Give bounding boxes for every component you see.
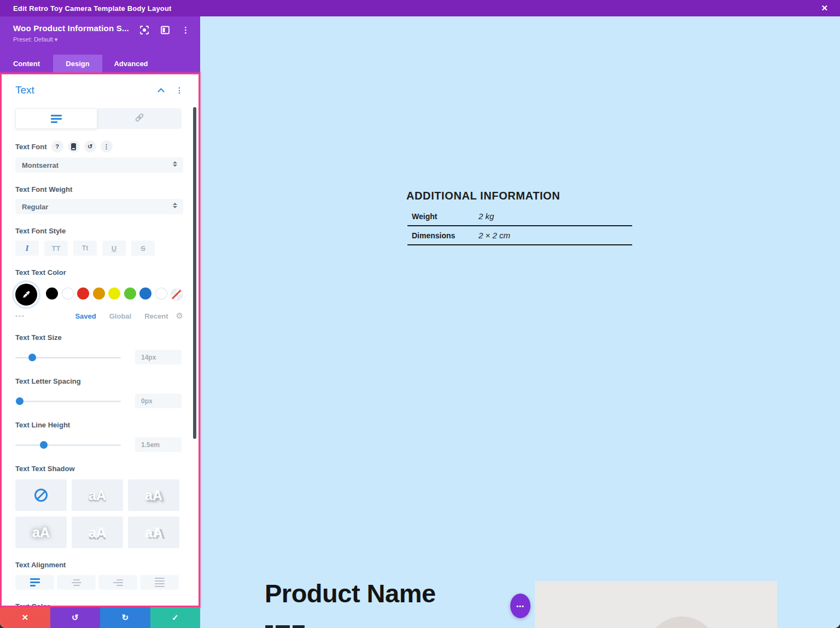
line-height-slider[interactable]	[15, 441, 121, 449]
gear-icon[interactable]: ⚙	[176, 311, 183, 321]
shadow-option[interactable]: aA	[128, 517, 179, 548]
redo-button[interactable]: ↻	[100, 607, 150, 628]
text-font-weight-label: Text Font Weight	[15, 185, 72, 193]
row-label: Weight	[407, 212, 479, 221]
tab-content[interactable]: Content	[0, 55, 53, 73]
text-section-title: Text	[15, 84, 159, 96]
additional-information-table: Weight 2 kg Dimensions 2 × 2 cm	[407, 207, 632, 245]
text-alignment-label: Text Alignment	[15, 561, 66, 569]
shadow-option[interactable]: aA	[15, 517, 67, 548]
no-shadow-icon	[34, 489, 48, 502]
shadow-option[interactable]: aA	[128, 479, 179, 511]
underline-style-button[interactable]: U	[102, 240, 126, 256]
module-options-dots-button[interactable]: •••	[510, 594, 530, 618]
color-swatch[interactable]	[62, 287, 74, 300]
subtab-text[interactable]	[15, 108, 97, 129]
strikethrough-style-button[interactable]: S	[131, 240, 155, 256]
responsive-phone-icon[interactable]	[68, 140, 80, 152]
text-font-label: Text Font	[15, 143, 47, 151]
shadow-option[interactable]: aA	[72, 479, 123, 511]
text-text-color-label: Text Text Color	[15, 268, 66, 277]
image-placeholder-circle	[646, 617, 718, 628]
italic-style-button[interactable]: I	[15, 240, 39, 256]
undo-button[interactable]: ↺	[50, 607, 101, 628]
more-options-icon[interactable]: ⋮	[182, 25, 190, 35]
text-lines-icon	[51, 115, 62, 123]
shadow-none-option[interactable]	[15, 479, 67, 511]
reset-icon[interactable]: ↺	[84, 140, 96, 152]
saved-colors-tab[interactable]: Saved	[75, 312, 96, 320]
align-justify-icon	[155, 578, 165, 587]
settings-footer-actions: ✕ ↺ ↻ ✓	[0, 607, 200, 628]
color-swatch[interactable]	[46, 287, 58, 300]
align-center-button[interactable]	[57, 575, 96, 590]
color-swatch[interactable]	[108, 287, 120, 300]
tab-design[interactable]: Design	[53, 55, 102, 73]
template-edit-titlebar: Edit Retro Toy Camera Template Body Layo…	[0, 0, 840, 16]
product-image-placeholder	[535, 581, 777, 628]
recent-colors-tab[interactable]: Recent	[144, 312, 168, 320]
additional-information-heading: ADDITIONAL INFORMATION	[406, 190, 560, 202]
transparent-color-swatch[interactable]	[171, 289, 183, 301]
color-swatch[interactable]	[139, 287, 151, 300]
chevron-up-icon[interactable]	[158, 88, 165, 95]
align-center-icon	[72, 579, 81, 586]
subtab-link[interactable]	[97, 108, 182, 129]
design-settings-scroll-area: Text ⋮	[0, 73, 200, 607]
color-swatch[interactable]	[124, 287, 136, 300]
product-name-heading: Product Name	[265, 578, 436, 608]
global-colors-tab[interactable]: Global	[109, 312, 131, 320]
color-swatch[interactable]	[77, 287, 89, 300]
titlebar-title: Edit Retro Toy Camera Template Body Layo…	[13, 4, 172, 13]
table-row: Dimensions 2 × 2 cm	[407, 226, 632, 245]
help-icon[interactable]: ?	[51, 140, 63, 152]
preset-selector[interactable]: Preset: Default ▾	[13, 36, 200, 43]
row-label: Dimensions	[407, 231, 479, 240]
save-button[interactable]: ✓	[150, 607, 201, 628]
text-text-size-label: Text Text Size	[15, 333, 62, 342]
align-left-button[interactable]	[15, 575, 54, 590]
swatch-more-dots[interactable]: •••	[15, 313, 48, 319]
align-left-icon	[30, 578, 40, 586]
split-view-icon[interactable]	[161, 26, 170, 34]
link-icon	[134, 112, 145, 125]
option-more-icon[interactable]: ⋮	[101, 140, 113, 152]
builder-window: ADDITIONAL INFORMATION Weight 2 kg Dimen…	[0, 0, 840, 628]
shadow-option[interactable]: aA	[72, 517, 123, 548]
text-size-value-input[interactable]: 14px	[135, 350, 182, 365]
section-more-icon[interactable]: ⋮	[176, 86, 183, 95]
select-arrows-icon	[173, 161, 177, 167]
uppercase-style-button[interactable]: TT	[44, 240, 68, 256]
text-font-style-label: Text Font Style	[15, 227, 66, 235]
page-preview-canvas[interactable]: ADDITIONAL INFORMATION Weight 2 kg Dimen…	[200, 16, 840, 628]
row-value: 2 × 2 cm	[479, 231, 510, 240]
tab-advanced[interactable]: Advanced	[102, 55, 160, 73]
close-icon[interactable]: ✕	[821, 2, 828, 14]
letter-spacing-value-input[interactable]: 0px	[135, 394, 182, 408]
smallcaps-style-button[interactable]: Tt	[73, 240, 97, 256]
text-color-label: Text Color	[15, 602, 50, 607]
line-height-value-input[interactable]: 1.5em	[135, 437, 182, 452]
discard-button[interactable]: ✕	[0, 607, 50, 628]
slider-thumb[interactable]	[16, 397, 24, 405]
text-text-shadow-label: Text Text Shadow	[15, 465, 75, 473]
color-swatches	[46, 287, 171, 302]
slider-thumb[interactable]	[40, 441, 48, 449]
row-value: 2 kg	[479, 212, 494, 221]
text-letter-spacing-label: Text Letter Spacing	[15, 377, 81, 385]
align-justify-button[interactable]	[140, 575, 179, 590]
table-row: Weight 2 kg	[407, 207, 632, 226]
slider-thumb[interactable]	[28, 354, 36, 361]
module-settings-header: Woo Product Information S... Preset: Def…	[0, 16, 200, 55]
color-swatch[interactable]	[93, 287, 105, 300]
eyedropper-color-picker[interactable]	[15, 284, 37, 306]
color-swatch[interactable]	[155, 287, 167, 300]
select-arrows-icon	[173, 203, 177, 208]
focus-module-icon[interactable]	[140, 26, 149, 34]
text-size-slider[interactable]	[15, 354, 121, 361]
letter-spacing-slider[interactable]	[15, 397, 121, 405]
panel-scrollbar[interactable]	[193, 107, 196, 439]
text-font-weight-select[interactable]: Regular	[15, 199, 183, 214]
text-font-select[interactable]: Montserrat	[15, 157, 183, 173]
align-right-button[interactable]	[98, 575, 137, 590]
